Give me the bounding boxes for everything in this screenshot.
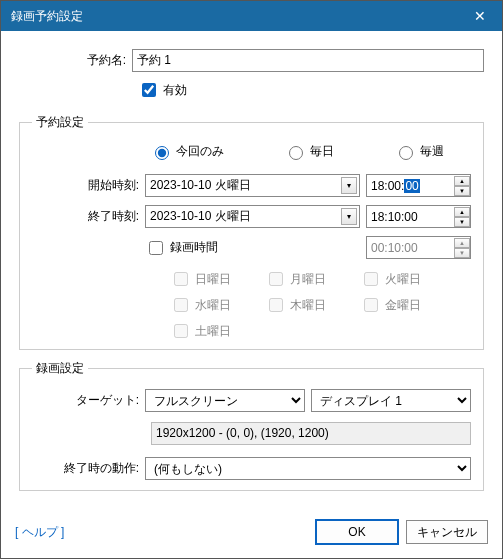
- end-time-value: 18:10:00: [371, 210, 418, 224]
- cancel-button[interactable]: キャンセル: [406, 520, 488, 544]
- weekday-tue: 火曜日: [360, 269, 455, 289]
- target-label: ターゲット:: [32, 392, 145, 409]
- spin-up-icon[interactable]: ▲: [454, 176, 470, 186]
- schedule-group: 予約設定 今回のみ 毎日 毎週 開始時刻: 2023-10-10: [19, 114, 484, 350]
- start-date-value: 2023-10-10 火曜日: [150, 177, 251, 194]
- start-time-spinner[interactable]: 18:00:00 ▲▼: [366, 174, 471, 197]
- weekday-grid: 日曜日 月曜日 火曜日 水曜日 木曜日 金曜日 土曜日: [170, 269, 471, 341]
- start-date-picker[interactable]: 2023-10-10 火曜日 ▾: [145, 174, 360, 197]
- enabled-checkbox-box[interactable]: [142, 83, 156, 97]
- spin-down-icon[interactable]: ▼: [454, 186, 470, 196]
- start-label: 開始時刻:: [32, 177, 145, 194]
- weekday-fri: 金曜日: [360, 295, 455, 315]
- enabled-label: 有効: [163, 82, 187, 99]
- duration-label: 録画時間: [170, 239, 218, 256]
- end-date-dropdown-icon[interactable]: ▾: [341, 208, 357, 225]
- weekday-mon: 月曜日: [265, 269, 360, 289]
- end-label: 終了時刻:: [32, 208, 145, 225]
- start-time-value: 18:00:00: [371, 179, 420, 193]
- target-select[interactable]: フルスクリーン: [145, 389, 305, 412]
- weekday-thu: 木曜日: [265, 295, 360, 315]
- ok-button[interactable]: OK: [316, 520, 398, 544]
- schedule-legend: 予約設定: [32, 114, 88, 131]
- end-date-value: 2023-10-10 火曜日: [150, 208, 251, 225]
- spin-down-icon[interactable]: ▼: [454, 217, 470, 227]
- help-link[interactable]: [ ヘルプ ]: [15, 524, 64, 541]
- weekday-sun: 日曜日: [170, 269, 265, 289]
- enabled-checkbox[interactable]: 有効: [138, 80, 187, 100]
- duration-checkbox[interactable]: 録画時間: [145, 238, 360, 258]
- recurrence-once[interactable]: 今回のみ: [150, 143, 224, 160]
- spin-up-icon[interactable]: ▲: [454, 207, 470, 217]
- onend-select[interactable]: (何もしない): [145, 457, 471, 480]
- name-input[interactable]: [132, 49, 484, 72]
- duration-spinner: 00:10:00 ▲▼: [366, 236, 471, 259]
- spin-down-icon: ▼: [454, 248, 470, 258]
- start-date-dropdown-icon[interactable]: ▾: [341, 177, 357, 194]
- end-date-picker[interactable]: 2023-10-10 火曜日 ▾: [145, 205, 360, 228]
- record-legend: 録画設定: [32, 360, 88, 377]
- window-title: 録画予約設定: [11, 8, 83, 25]
- recurrence-daily[interactable]: 毎日: [284, 143, 334, 160]
- recurrence-weekly[interactable]: 毎週: [394, 143, 444, 160]
- display-select[interactable]: ディスプレイ 1: [311, 389, 471, 412]
- resolution-info: 1920x1200 - (0, 0), (1920, 1200): [151, 422, 471, 445]
- onend-label: 終了時の動作:: [32, 460, 145, 477]
- end-time-spinner[interactable]: 18:10:00 ▲▼: [366, 205, 471, 228]
- duration-value: 00:10:00: [371, 241, 418, 255]
- weekday-sat: 土曜日: [170, 321, 265, 341]
- record-group: 録画設定 ターゲット: フルスクリーン ディスプレイ 1 1920x1200 -…: [19, 360, 484, 491]
- weekday-wed: 水曜日: [170, 295, 265, 315]
- close-button[interactable]: ✕: [457, 1, 502, 31]
- name-label: 予約名:: [19, 52, 132, 69]
- spin-up-icon: ▲: [454, 238, 470, 248]
